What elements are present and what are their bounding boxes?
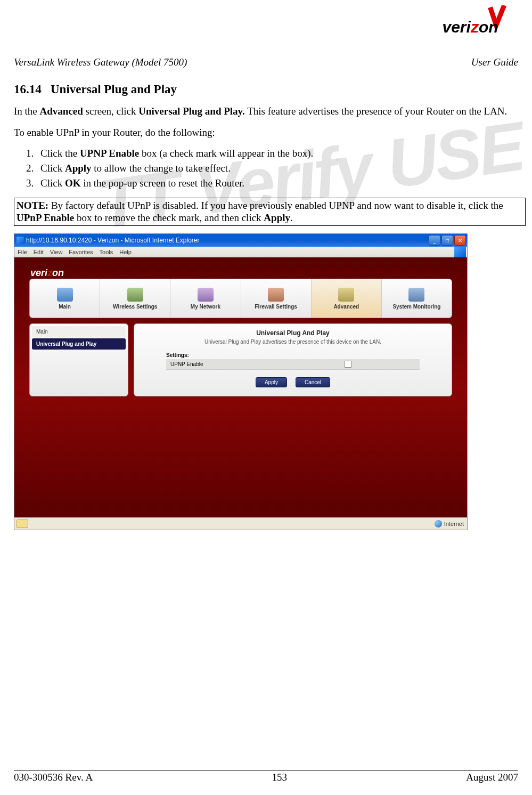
router-nav: Main Wireless Settings My Network Firewa… — [29, 279, 452, 318]
intro-paragraph-2: To enable UPnP in your Router, do the fo… — [14, 126, 526, 139]
step-2: Click Apply to allow the change to take … — [36, 163, 526, 174]
internet-zone-icon — [435, 520, 442, 528]
nav-monitoring[interactable]: System Monitoring — [382, 279, 452, 318]
menu-favorites[interactable]: Favorites — [69, 249, 93, 255]
ie-menubar: File Edit View Favorites Tools Help — [14, 247, 467, 257]
verizon-logo: verizon — [438, 5, 518, 39]
close-button[interactable]: ✕ — [454, 235, 466, 246]
footer-right: August 2007 — [466, 772, 518, 783]
content-panel: Universal Plug And Play Universal Plug a… — [134, 323, 452, 396]
status-left-icon — [17, 520, 28, 528]
main-icon — [57, 288, 73, 302]
note-box: NOTE: By factory default UPnP is disable… — [14, 198, 526, 226]
footer-left: 030-300536 Rev. A — [14, 772, 93, 783]
nav-wireless[interactable]: Wireless Settings — [100, 279, 170, 318]
footer-center: 153 — [272, 772, 287, 783]
windows-flag-icon — [454, 247, 466, 257]
status-zone: Internet — [444, 521, 464, 527]
nav-firewall[interactable]: Firewall Settings — [241, 279, 312, 318]
menu-help[interactable]: Help — [119, 249, 132, 255]
upnp-enable-checkbox[interactable] — [345, 361, 351, 368]
panel-desc: Universal Plug and Play advertises the p… — [145, 339, 441, 345]
nav-main[interactable]: Main — [30, 279, 100, 318]
menu-file[interactable]: File — [18, 249, 27, 255]
intro-paragraph-1: In the Advanced screen, click Universal … — [14, 105, 526, 118]
router-page: verizon Main Wireless Settings My Networ… — [14, 257, 467, 518]
page-footer: 030-300536 Rev. A 153 August 2007 — [14, 770, 518, 783]
side-main[interactable]: Main — [32, 326, 126, 337]
step-3: Click OK in the pop-up screen to reset t… — [36, 177, 526, 189]
steps-list: Click the UPNP Enable box (a check mark … — [14, 148, 526, 189]
ie-titlebar: http://10.16.90.10:2420 - Verizon - Micr… — [14, 234, 467, 247]
window-title: http://10.16.90.10:2420 - Verizon - Micr… — [26, 237, 200, 244]
nav-advanced[interactable]: Advanced — [312, 279, 382, 318]
monitoring-icon — [408, 288, 424, 302]
network-icon — [198, 288, 214, 302]
wireless-icon — [127, 288, 143, 302]
settings-row: UPNP Enable — [166, 359, 420, 370]
ie-icon — [17, 237, 24, 244]
step-1: Click the UPNP Enable box (a check mark … — [36, 148, 526, 159]
running-header-right: User Guide — [471, 56, 518, 68]
advanced-icon — [338, 288, 354, 302]
embedded-screenshot: http://10.16.90.10:2420 - Verizon - Micr… — [14, 233, 468, 530]
menu-edit[interactable]: Edit — [34, 249, 44, 255]
running-header-left: VersaLink Wireless Gateway (Model 7500) — [14, 56, 187, 68]
upnp-enable-label: UPNP Enable — [170, 361, 203, 367]
section-heading: 16.14 Universal Plug and Play — [14, 83, 526, 96]
ie-statusbar: Internet — [14, 517, 467, 530]
firewall-icon — [268, 288, 284, 302]
settings-label: Settings: — [166, 352, 441, 358]
nav-mynetwork[interactable]: My Network — [170, 279, 241, 318]
svg-text:verizon: verizon — [443, 18, 498, 36]
router-verizon-logo: verizon — [30, 267, 64, 279]
side-upnp[interactable]: Universal Plug and Play — [32, 338, 126, 350]
maximize-button[interactable]: □ — [441, 235, 453, 246]
menu-tools[interactable]: Tools — [100, 249, 113, 255]
cancel-button[interactable]: Cancel — [296, 377, 330, 387]
panel-title: Universal Plug And Play — [145, 329, 441, 337]
side-panel: Main Universal Plug and Play — [29, 323, 128, 396]
apply-button[interactable]: Apply — [256, 377, 287, 387]
minimize-button[interactable]: _ — [429, 235, 440, 246]
menu-view[interactable]: View — [50, 249, 63, 255]
